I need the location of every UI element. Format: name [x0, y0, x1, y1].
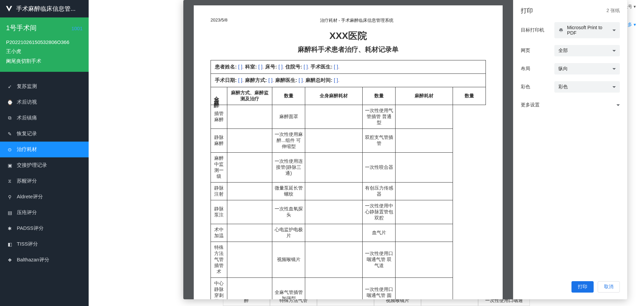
nav-icon: ✱ — [7, 226, 13, 231]
nav-item-padss[interactable]: ✱PADSS评分 — [0, 220, 89, 236]
chevron-down-icon — [616, 104, 620, 106]
col-anes-material: 麻醉耗材 — [396, 87, 453, 105]
range-label: 网页 — [521, 48, 548, 54]
brand-title: 手术麻醉临床信息管... — [16, 5, 76, 13]
doc-date: 2023/5/8 — [211, 17, 228, 23]
nav-item-jjhl[interactable]: ▣交接护理记录 — [0, 157, 89, 173]
nav-icon: ◧ — [7, 242, 13, 247]
nav-label: 压疮评分 — [17, 209, 37, 216]
printer-icon — [558, 28, 564, 33]
nav-label: 苏醒评分 — [17, 178, 37, 184]
nav-item-fusu[interactable]: ➶复苏监测 — [0, 79, 89, 94]
doc-header-title: 治疗耗材 - 手术麻醉临床信息管理系统 — [320, 17, 394, 23]
chevron-down-icon — [612, 86, 616, 88]
range-select[interactable]: 全部 — [554, 45, 620, 56]
table-row: 术中加温心电监护电极片血气片 — [211, 224, 486, 242]
chevron-down-icon — [612, 30, 616, 31]
col-qty1: 数量 — [272, 87, 305, 105]
chevron-down-icon — [612, 50, 616, 52]
patient-name: 王小虎 — [6, 48, 83, 55]
room-card: 1号手术间 1001 P20221026150532806O366 王小虎 阑尾… — [0, 17, 89, 72]
nav-item-balth[interactable]: ❖Balthazan评分 — [0, 252, 89, 268]
nav-label: Balthazan评分 — [17, 257, 49, 263]
col-method: 麻醉方式、麻醉监测及治疗 — [227, 87, 272, 105]
nav-item-zlhc[interactable]: ⊙治疗耗材 — [0, 142, 89, 157]
room-id: 1001 — [72, 26, 83, 31]
cancel-button[interactable]: 取消 — [598, 281, 620, 293]
more-settings-toggle[interactable]: 更多设置 — [521, 99, 620, 111]
nav-label: TISS评分 — [17, 241, 38, 247]
nav-label: 术后访视 — [17, 99, 37, 105]
brand: 手术麻醉临床信息管... — [0, 0, 89, 17]
col-qty2: 数量 — [363, 87, 396, 105]
nav-item-sxpf[interactable]: ⧖苏醒评分 — [0, 173, 89, 189]
color-select[interactable]: 彩色 — [554, 81, 620, 93]
nav-label: 交接护理记录 — [17, 162, 47, 168]
main-area: 系统演示账号 ▾ 更多 ▾ ✓ 出手术室 🕒 2022-10-29 15:37:… — [89, 0, 644, 306]
nav-icon: ⧖ — [7, 178, 13, 184]
nav-icon: ❖ — [7, 257, 13, 263]
nav-icon: ✎ — [7, 131, 13, 137]
nav-icon: ⌚ — [7, 100, 13, 105]
nav-item-aldrete[interactable]: ⚲Aldrete评分 — [0, 189, 89, 205]
nav-menu: ➶复苏监测⌚术后访视⧉术后镇痛✎恢复记录⊙治疗耗材▣交接护理记录⧖苏醒评分⚲Al… — [0, 79, 89, 268]
nav-item-hfjl[interactable]: ✎恢复记录 — [0, 126, 89, 142]
nav-label: Aldrete评分 — [17, 194, 43, 200]
nav-label: 治疗耗材 — [17, 146, 37, 153]
group-label: 全身麻醉 — [213, 92, 220, 100]
printer-select[interactable]: Microsoft Print to PDF — [554, 22, 620, 38]
room-name: 1号手术间 — [6, 23, 37, 33]
table-row: 麻醉中监测一级一次性使用连接管(静脉三通)一次性咬合器 — [211, 153, 486, 183]
col-qty3: 数量 — [453, 87, 486, 105]
nav-icon: ▣ — [7, 163, 13, 168]
table-row: 静脉注射微量泵延长管螺纹有创压力传感器 — [211, 183, 486, 200]
surgery-info-row: 手术日期: [ ]. 麻醉方式: [ ]. 麻醉医生: [ ]. 麻醉总时间: … — [211, 74, 486, 87]
nav-icon: ⊙ — [7, 147, 13, 152]
hospital-title: XXX医院 — [211, 30, 486, 42]
nav-item-shfs[interactable]: ⌚术后访视 — [0, 94, 89, 110]
main-table: 患者姓名: [ ]. 科室: [ ]. 床号: [ ]. 住院号: [ ]. 手… — [211, 60, 486, 299]
table-row: 中心静脉穿刺置管术全麻气管插管 加强型一次性使用口咽通气管 圆孔型 — [211, 278, 486, 300]
nav-icon: ⚲ — [7, 194, 13, 200]
nav-item-shzt[interactable]: ⧉术后镇痛 — [0, 110, 89, 126]
print-dialog: 2023/5/8 治疗耗材 - 手术麻醉临床信息管理系统 XXX医院 麻醉科手术… — [183, 0, 627, 299]
document-page: 2023/5/8 治疗耗材 - 手术麻醉临床信息管理系统 XXX医院 麻醉科手术… — [194, 5, 503, 299]
patient-number: P20221026150532806O366 — [6, 39, 83, 45]
nav-label: 恢复记录 — [17, 131, 37, 137]
nav-item-tiss[interactable]: ◧TISS评分 — [0, 236, 89, 252]
sidebar: 手术麻醉临床信息管... 1号手术间 1001 P202210261505328… — [0, 0, 89, 306]
layout-label: 布局 — [521, 66, 548, 72]
nav-label: 复苏监测 — [17, 83, 37, 90]
doc-subtitle: 麻醉科手术患者治疗、耗材记录单 — [211, 45, 486, 54]
print-title: 打印 — [521, 7, 533, 15]
nav-icon: ⧉ — [7, 115, 13, 121]
chevron-down-icon — [612, 68, 616, 70]
page-count: 2 张纸 — [606, 8, 620, 14]
print-preview[interactable]: 2023/5/8 治疗耗材 - 手术麻醉临床信息管理系统 XXX医院 麻醉科手术… — [183, 0, 513, 299]
nav-icon: ➶ — [7, 84, 13, 89]
nav-icon: ▤ — [7, 210, 13, 215]
print-settings: 打印 2 张纸 目标打印机 Microsoft Print to PDF 网页 — [513, 0, 627, 299]
table-row: 静脉泵注一次性血氧探头一次性使用中心静脉置管包 双腔 — [211, 200, 486, 224]
table-row: 特殊方法气管插管术视频喉镜片一次性使用口咽通气管 双气道 — [211, 242, 486, 278]
print-button[interactable]: 打印 — [571, 281, 594, 293]
nav-label: 术后镇痛 — [17, 115, 37, 121]
nav-item-ycpf[interactable]: ▤压疮评分 — [0, 205, 89, 220]
patient-info-row: 患者姓名: [ ]. 科室: [ ]. 床号: [ ]. 住院号: [ ]. 手… — [211, 60, 486, 74]
col-ga-material: 全身麻醉耗材 — [305, 87, 363, 105]
color-label: 彩色 — [521, 84, 548, 90]
table-row: 插管麻醉麻醉面罩一次性使用气管插管 普通型 — [211, 105, 486, 129]
surgery-name: 阑尾炎切割手术 — [6, 58, 83, 64]
layout-select[interactable]: 纵向 — [554, 63, 620, 74]
nav-label: PADSS评分 — [17, 225, 44, 232]
printer-label: 目标打印机 — [521, 27, 548, 33]
table-row: 静脉麻醉一次性使用麻醉...组件 可伸缩型双腔支气管插管 — [211, 129, 486, 153]
brand-logo-icon — [5, 5, 13, 12]
